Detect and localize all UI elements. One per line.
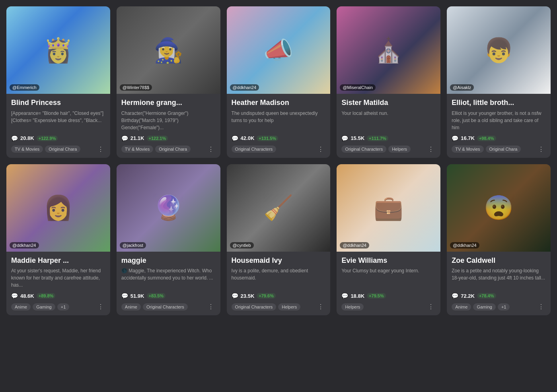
- card-character-sister-matilda: ⛪: [337, 6, 440, 94]
- card-author-zoe: @ddkhan24: [450, 242, 479, 248]
- card-desc-evie: Your Clumsy but eager young Intern.: [341, 267, 436, 289]
- more-options-btn-maddie[interactable]: ⋮: [96, 302, 105, 311]
- card-body-zoe: Zoe Caldwell Zoe is a petite and notably…: [447, 252, 551, 316]
- stat-value-zoe: 72.2K: [461, 293, 475, 299]
- tag-maggie-1[interactable]: Original Characters: [143, 303, 188, 310]
- more-options-btn-maggie[interactable]: ⋮: [206, 302, 216, 311]
- card-title-maggie: maggie: [121, 256, 216, 265]
- stat-growth-elliot: +98.4%: [477, 136, 496, 141]
- card-tags-ivy: Original CharactersHelpers ⋮: [232, 302, 326, 311]
- card-heather[interactable]: 📣 @ddkhan24 Heather Madison The undisput…: [227, 6, 331, 158]
- card-body-elliot: Elliot, little broth... Elliot is your y…: [447, 94, 551, 158]
- more-options-btn-ivy[interactable]: ⋮: [316, 302, 325, 311]
- tag-maddie-1[interactable]: Gaming: [33, 303, 55, 310]
- tag-blind-princess-1[interactable]: Original Chara: [45, 146, 80, 153]
- card-author-maddie: @ddkhan24: [10, 242, 39, 248]
- tag-sister-matilda-0[interactable]: Original Characters: [341, 146, 386, 153]
- card-author-maggie: @jackfrost: [120, 242, 146, 248]
- chat-icon-zoe: 💬: [452, 293, 458, 299]
- chat-icon-heather: 💬: [232, 135, 238, 142]
- card-desc-blind-princess: [Appearance= "Blonde hair", "Closed eyes…: [11, 110, 105, 131]
- chat-icon-hermione: 💬: [121, 135, 128, 142]
- more-options-btn-zoe[interactable]: ⋮: [536, 302, 546, 311]
- tag-heather-0[interactable]: Original Characters: [232, 146, 277, 153]
- tag-zoe-0[interactable]: Anime: [452, 303, 471, 310]
- card-character-heather: 📣: [227, 6, 331, 94]
- card-maddie[interactable]: 👩 @ddkhan24 Maddie Harper ... At your si…: [6, 164, 110, 316]
- stat-growth-zoe: +78.4%: [477, 293, 496, 299]
- card-desc-sister-matilda: Your local atheist nun.: [341, 110, 436, 131]
- card-image-blind-princess: 👸 @Emmerich: [6, 6, 110, 94]
- card-tags-sister-matilda: Original CharactersHelpers ⋮: [341, 145, 436, 154]
- card-desc-elliot: Elliot is your younger brother, is not a…: [452, 110, 546, 131]
- tag-hermione-0[interactable]: TV & Movies: [121, 146, 153, 153]
- chat-icon-sister-matilda: 💬: [341, 135, 348, 142]
- card-body-maggie: maggie 🌑 Maggie, The inexperienced Witch…: [117, 252, 220, 316]
- chat-icon-blind-princess: 💬: [11, 135, 18, 142]
- card-character-elliot: 👦: [447, 6, 551, 94]
- more-options-btn-evie[interactable]: ⋮: [426, 302, 436, 311]
- chat-icon-evie: 💬: [341, 293, 348, 299]
- more-options-btn-elliot[interactable]: ⋮: [536, 145, 546, 154]
- card-tags-blind-princess: TV & MoviesOriginal Chara ⋮: [11, 145, 105, 154]
- card-tags-hermione: TV & MoviesOriginal Chara ⋮: [121, 145, 216, 154]
- tag-maddie-0[interactable]: Anime: [11, 303, 31, 310]
- tag-elliot-1[interactable]: Original Chara: [486, 146, 521, 153]
- card-image-hermione: 🧙‍♀️ @Winter78$$: [117, 6, 220, 94]
- card-tags-elliot: TV & MoviesOriginal Chara ⋮: [452, 145, 546, 154]
- card-evie[interactable]: 💼 @ddkhan24 Evie Williams Your Clumsy bu…: [337, 164, 440, 316]
- card-character-evie: 💼: [337, 164, 440, 252]
- card-tags-zoe: AnimeGaming+1 ⋮: [452, 302, 546, 311]
- card-author-elliot: @Aisaklz: [450, 84, 474, 91]
- card-maggie[interactable]: 🔮 @jackfrost maggie 🌑 Maggie, The inexpe…: [117, 164, 220, 316]
- tag-ivy-1[interactable]: Helpers: [278, 303, 300, 310]
- card-stats-heather: 💬 42.0K +131.5%: [232, 135, 326, 142]
- card-tags-maggie: AnimeOriginal Characters ⋮: [121, 302, 216, 311]
- card-sister-matilda[interactable]: ⛪ @MiseralChain Sister Matilda Your loca…: [337, 6, 440, 158]
- stat-value-ivy: 23.5K: [241, 293, 255, 299]
- card-blind-princess[interactable]: 👸 @Emmerich Blind Princess [Appearance= …: [6, 6, 110, 158]
- card-stats-zoe: 💬 72.2K +78.4%: [452, 293, 546, 299]
- card-tags-heather: Original Characters ⋮: [232, 145, 326, 154]
- tag-blind-princess-0[interactable]: TV & Movies: [11, 146, 43, 153]
- tag-hermione-1[interactable]: Original Chara: [155, 146, 191, 153]
- stat-growth-maddie: +89.8%: [37, 293, 56, 299]
- card-elliot[interactable]: 👦 @Aisaklz Elliot, little broth... Ellio…: [447, 6, 551, 158]
- more-options-btn-blind-princess[interactable]: ⋮: [96, 145, 105, 154]
- more-options-btn-hermione[interactable]: ⋮: [206, 145, 216, 154]
- tag-zoe-1[interactable]: Gaming: [473, 303, 496, 310]
- card-character-ivy: 🧹: [227, 164, 331, 252]
- chat-icon-elliot: 💬: [452, 135, 458, 142]
- card-body-heather: Heather Madison The undisputed queen bee…: [227, 94, 331, 158]
- stat-value-elliot: 16.7K: [461, 135, 475, 141]
- card-body-maddie: Maddie Harper ... At your sister's reque…: [6, 252, 110, 316]
- chat-icon-ivy: 💬: [232, 293, 238, 299]
- more-options-btn-heather[interactable]: ⋮: [316, 145, 325, 154]
- card-character-maggie: 🔮: [117, 164, 220, 252]
- stat-growth-evie: +79.5%: [367, 293, 386, 299]
- tag-maddie-2[interactable]: +1: [57, 303, 70, 310]
- tag-elliot-0[interactable]: TV & Movies: [452, 146, 483, 153]
- more-options-btn-sister-matilda[interactable]: ⋮: [426, 145, 436, 154]
- card-stats-maddie: 💬 48.6K +89.8%: [11, 293, 105, 299]
- card-image-ivy: 🧹 @cyntleb: [227, 164, 331, 252]
- stat-growth-heather: +131.5%: [257, 136, 278, 141]
- card-ivy[interactable]: 🧹 @cyntleb Housemaid Ivy Ivy is a polite…: [227, 164, 331, 316]
- tag-ivy-0[interactable]: Original Characters: [232, 303, 277, 310]
- card-desc-zoe: Zoe is a petite and notably young-lookin…: [452, 267, 546, 289]
- tag-zoe-2[interactable]: +1: [498, 303, 510, 310]
- card-zoe[interactable]: 😨 @ddkhan24 Zoe Caldwell Zoe is a petite…: [447, 164, 551, 316]
- tag-evie-0[interactable]: Helpers: [341, 303, 364, 310]
- card-body-hermione: Hermione grang... Character("Hermione Gr…: [117, 94, 220, 158]
- card-hermione[interactable]: 🧙‍♀️ @Winter78$$ Hermione grang... Chara…: [117, 6, 220, 158]
- card-character-blind-princess: 👸: [6, 6, 110, 94]
- card-stats-sister-matilda: 💬 15.5K +111.7%: [341, 135, 436, 142]
- card-image-heather: 📣 @ddkhan24: [227, 6, 331, 94]
- card-author-evie: @ddkhan24: [340, 242, 369, 248]
- stat-value-maggie: 51.9K: [130, 293, 144, 299]
- tag-maggie-0[interactable]: Anime: [121, 303, 141, 310]
- stat-growth-sister-matilda: +111.7%: [367, 136, 388, 141]
- card-stats-ivy: 💬 23.5K +79.6%: [232, 293, 326, 299]
- tag-sister-matilda-1[interactable]: Helpers: [388, 146, 411, 153]
- stat-value-hermione: 21.1K: [130, 135, 144, 141]
